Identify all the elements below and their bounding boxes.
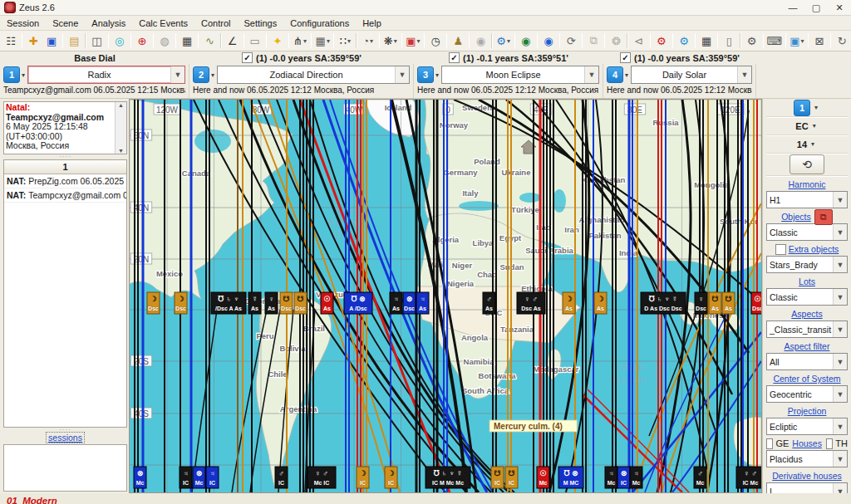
- dial-combo-3[interactable]: Moon Eclipse▼: [441, 66, 599, 84]
- chevron-down-icon[interactable]: ▾: [811, 140, 814, 148]
- combo-lots[interactable]: Classic▼: [766, 288, 848, 306]
- gear-icon[interactable]: ⚙: [744, 32, 760, 49]
- gear-ball-blue-icon[interactable]: ⚙: [676, 32, 692, 49]
- wheel-gray-icon[interactable]: ❂: [608, 32, 624, 49]
- natal-scrollbar[interactable]: ▲▼: [115, 102, 126, 154]
- grid-icon[interactable]: ▦: [698, 32, 715, 49]
- chevron-down-icon[interactable]: ▼: [170, 66, 184, 83]
- database-icon[interactable]: ☷: [2, 32, 19, 49]
- chart-icon[interactable]: ∿: [201, 32, 218, 49]
- session-row[interactable]: NAT:PrepZig.com 06.05.2025 ...: [4, 174, 126, 188]
- image-gear-icon[interactable]: ▣▾: [789, 32, 805, 49]
- checkbox[interactable]: ✓: [242, 52, 253, 63]
- new-session-icon[interactable]: ✚: [25, 32, 42, 49]
- ge-checkbox[interactable]: [766, 438, 773, 449]
- link-aspect-filter[interactable]: Aspect filter: [785, 341, 830, 351]
- form-icon[interactable]: ◫: [89, 32, 106, 49]
- mouse-icon[interactable]: ◉: [472, 32, 489, 49]
- combo-harmonic[interactable]: H1▼: [766, 191, 848, 208]
- menu-configurations[interactable]: Configurations: [283, 17, 356, 29]
- sphere-gray-icon[interactable]: ◍: [156, 32, 173, 49]
- chevron-down-icon[interactable]: ▾: [435, 71, 439, 79]
- refresh-button[interactable]: ⟲: [790, 154, 824, 174]
- dial-number-button-1[interactable]: 1: [3, 66, 20, 83]
- dial-combo-4[interactable]: Daily Solar▼: [631, 66, 752, 84]
- globe-red-icon[interactable]: ⊕: [134, 32, 150, 49]
- redo-icon[interactable]: ↻: [834, 32, 850, 49]
- chevron-down-icon[interactable]: ▾: [814, 104, 818, 111]
- th-checkbox[interactable]: [826, 438, 833, 449]
- gear-red-icon[interactable]: ⚙: [653, 32, 670, 49]
- extra-objects-checkbox[interactable]: [775, 244, 786, 255]
- combo-center-of-system[interactable]: Geocentric▼: [766, 385, 848, 403]
- astro-map[interactable]: 120W80W40W040E80E120E60N40N20N20S40SCana…: [129, 99, 762, 493]
- chevron-down-icon[interactable]: ▼: [833, 483, 847, 493]
- ruler-icon[interactable]: ▭: [247, 32, 263, 49]
- combo-objects[interactable]: Classic▼: [766, 223, 848, 241]
- target-icon[interactable]: ◎: [111, 32, 128, 49]
- chevron-down-icon[interactable]: ▾: [22, 71, 25, 79]
- link-aspects[interactable]: Aspects: [791, 309, 822, 319]
- combo-extra-objects[interactable]: Stars_Brady▼: [766, 256, 848, 273]
- table-icon[interactable]: ▦▾: [314, 32, 331, 49]
- sessions-link[interactable]: sessions: [46, 432, 85, 443]
- dial-check-4[interactable]: ✓ (1) -0.0 years SA:359°59': [603, 51, 756, 64]
- clock-icon[interactable]: ◷: [427, 32, 444, 49]
- checkbox[interactable]: ✓: [620, 52, 631, 63]
- menu-calc-events[interactable]: Calc Events: [132, 17, 194, 29]
- link-extra-objects[interactable]: Extra objects: [789, 244, 839, 254]
- refresh-icon[interactable]: ⟳: [563, 32, 579, 49]
- chevron-down-icon[interactable]: ▼: [395, 66, 409, 83]
- person-star-icon[interactable]: ♟: [450, 32, 466, 49]
- open-folder-icon[interactable]: ▤: [66, 32, 82, 49]
- chevron-down-icon[interactable]: ▼: [833, 354, 847, 369]
- target-blue-icon[interactable]: ◉: [540, 32, 557, 49]
- aspects-icon[interactable]: ❋▾: [382, 32, 399, 49]
- angle-icon[interactable]: ∠: [224, 32, 241, 49]
- chevron-down-icon[interactable]: ▾: [625, 71, 628, 79]
- copy-page-icon[interactable]: ⧉: [585, 32, 602, 49]
- link-objects-chain-button[interactable]: ⧉: [814, 209, 833, 225]
- chevron-down-icon[interactable]: ▼: [584, 66, 598, 83]
- gauge-icon[interactable]: ◔▾: [360, 32, 376, 49]
- calendar-icon[interactable]: ▣▾: [405, 32, 421, 49]
- chevron-down-icon[interactable]: ▼: [833, 418, 847, 434]
- menu-analysis[interactable]: Analysis: [85, 17, 132, 29]
- menu-help[interactable]: Help: [356, 17, 388, 29]
- chevron-down-icon[interactable]: ▼: [833, 192, 847, 208]
- sparkles-icon[interactable]: ✦: [269, 32, 286, 49]
- dial-number-button-3[interactable]: 3: [417, 66, 434, 83]
- chevron-down-icon[interactable]: ▼: [833, 321, 847, 337]
- maximize-button[interactable]: ▢: [804, 1, 828, 15]
- dial-combo-1[interactable]: Radix▼: [27, 66, 185, 84]
- menu-settings[interactable]: Settings: [237, 17, 283, 29]
- dial-number-button-2[interactable]: 2: [193, 66, 209, 83]
- session-row[interactable]: NAT:Teampcxyz@gmail.com 06...: [4, 188, 126, 203]
- link-projection[interactable]: Projection: [788, 406, 827, 416]
- menu-session[interactable]: Session: [0, 17, 46, 29]
- link-lots[interactable]: Lots: [799, 276, 815, 286]
- chevron-down-icon[interactable]: ▾: [211, 71, 214, 79]
- chevron-down-icon[interactable]: ▼: [833, 224, 847, 240]
- menu-control[interactable]: Control: [194, 17, 237, 29]
- link-derivative-houses[interactable]: Derivative houses: [772, 471, 841, 481]
- calculator-icon[interactable]: ▦: [179, 32, 195, 49]
- mini-label-1[interactable]: 1: [794, 100, 810, 116]
- chevron-down-icon[interactable]: ▾: [813, 122, 816, 130]
- chevron-down-icon[interactable]: ▼: [833, 451, 847, 467]
- dial-check-2[interactable]: ✓ (1) -0.0 years SA:359°59': [189, 51, 414, 64]
- chevron-down-icon[interactable]: ▼: [833, 289, 847, 305]
- ruler-vertical-icon[interactable]: ▯: [721, 32, 737, 49]
- combo-derivative-houses[interactable]: I▼: [766, 482, 848, 493]
- window-close-icon[interactable]: ⊠: [811, 32, 828, 49]
- close-button[interactable]: ✕: [828, 1, 851, 15]
- checkbox[interactable]: ✓: [449, 52, 460, 63]
- menu-scene[interactable]: Scene: [46, 17, 85, 29]
- dial-number-button-4[interactable]: 4: [607, 66, 623, 83]
- link-harmonic[interactable]: Harmonic: [789, 179, 826, 189]
- dial-combo-2[interactable]: Zodiacal Direction▼: [217, 66, 410, 84]
- combo-houses[interactable]: Placidus▼: [766, 450, 848, 467]
- gear-blue-icon[interactable]: ⚙▾: [495, 32, 512, 49]
- keyboard-icon[interactable]: ⌨: [766, 32, 783, 49]
- sessions-list-box[interactable]: [3, 444, 127, 492]
